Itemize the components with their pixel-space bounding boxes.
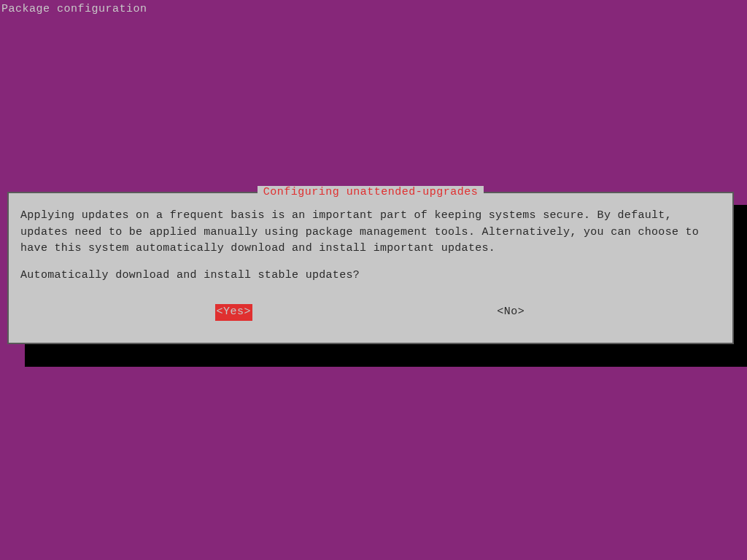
page-header: Package configuration <box>0 0 747 18</box>
dialog-container: Configuring unattended-upgrades Applying… <box>7 192 734 344</box>
dialog-body-text: Applying updates on a frequent basis is … <box>20 208 721 257</box>
dialog-title: Configuring unattended-upgrades <box>258 186 484 198</box>
dialog-button-row: <Yes> <No> <box>20 304 721 334</box>
dialog-content: Applying updates on a frequent basis is … <box>9 193 732 343</box>
yes-button[interactable]: <Yes> <box>215 304 253 321</box>
dialog-title-wrapper: Configuring unattended-upgrades <box>9 186 732 198</box>
dialog-box: Configuring unattended-upgrades Applying… <box>7 192 734 344</box>
dialog-question-text: Automatically download and install stabl… <box>20 268 721 284</box>
no-button[interactable]: <No> <box>495 304 526 321</box>
